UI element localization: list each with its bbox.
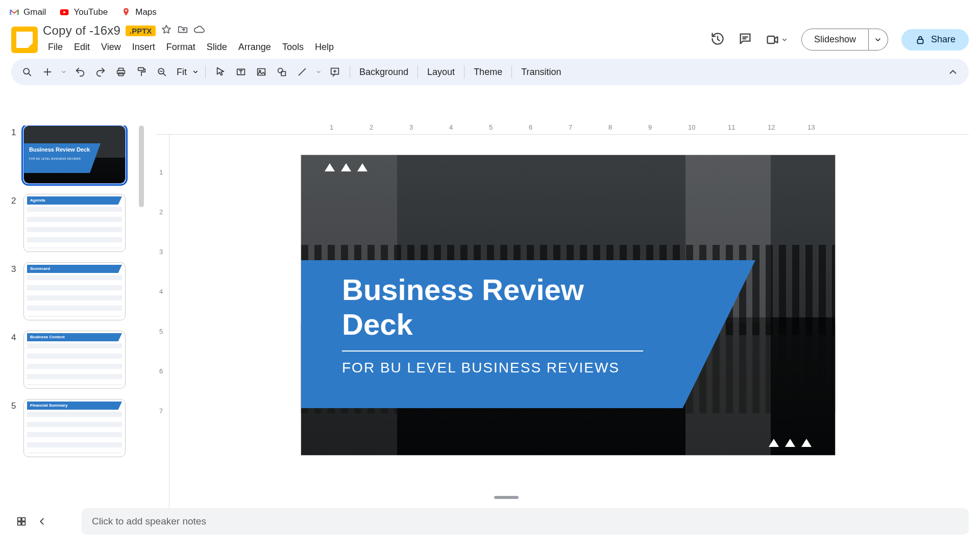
textbox-icon[interactable] xyxy=(232,63,250,81)
slides-logo-icon[interactable] xyxy=(11,27,38,53)
image-icon[interactable] xyxy=(253,63,270,81)
line-tool-icon[interactable] xyxy=(293,63,311,81)
meet-video-icon[interactable] xyxy=(766,33,788,47)
menu-edit[interactable]: Edit xyxy=(69,40,95,55)
browser-bookmarks-bar: Gmail YouTube Maps xyxy=(0,0,980,20)
thumb-number: 1 xyxy=(11,126,23,138)
shape-icon[interactable] xyxy=(273,63,290,81)
svg-rect-18 xyxy=(22,522,25,525)
youtube-icon xyxy=(59,7,69,17)
slideshow-dropdown[interactable] xyxy=(869,29,888,51)
svg-rect-3 xyxy=(917,39,923,43)
slide-canvas[interactable]: Business ReviewDeck FOR BU LEVEL BUSINES… xyxy=(169,135,969,510)
menu-tools[interactable]: Tools xyxy=(277,40,309,55)
chevron-down-icon xyxy=(192,66,199,78)
editor-main: 1Business Review DeckFOR BU LEVEL BUSINE… xyxy=(0,120,980,551)
thumb-number: 5 xyxy=(11,399,23,411)
title-divider xyxy=(342,350,643,352)
menu-view[interactable]: View xyxy=(96,40,126,55)
background-button[interactable]: Background xyxy=(356,67,411,78)
notes-resize-handle[interactable] xyxy=(494,496,519,499)
thumb-number: 4 xyxy=(11,331,23,343)
slide-title[interactable]: Business ReviewDeck xyxy=(342,272,715,342)
collapse-filmstrip-icon[interactable] xyxy=(32,511,52,532)
redo-icon[interactable] xyxy=(92,63,109,81)
svg-rect-15 xyxy=(18,518,21,521)
svg-rect-10 xyxy=(258,69,265,76)
ruler-horizontal: 12345678910111213 xyxy=(156,120,969,135)
star-icon[interactable] xyxy=(161,24,172,37)
document-title[interactable]: Copy of -16x9 xyxy=(43,23,120,38)
speaker-notes-input[interactable]: Click to add speaker notes xyxy=(82,508,969,535)
slide-thumbnails[interactable]: 1Business Review DeckFOR BU LEVEL BUSINE… xyxy=(11,126,139,510)
new-slide-icon[interactable] xyxy=(39,63,56,81)
grid-view-icon[interactable] xyxy=(11,511,32,532)
move-folder-icon[interactable] xyxy=(177,24,188,37)
menu-help[interactable]: Help xyxy=(310,40,339,55)
new-slide-dropdown-icon[interactable] xyxy=(59,63,68,81)
slide-subtitle[interactable]: FOR BU LEVEL BUSINESS REVIEWS xyxy=(342,360,715,376)
comment-add-icon[interactable] xyxy=(326,63,344,81)
menu-insert[interactable]: Insert xyxy=(127,40,160,55)
bookmark-gmail[interactable]: Gmail xyxy=(9,7,46,17)
bookmark-maps[interactable]: Maps xyxy=(121,7,157,17)
decoration-triangles-bottom xyxy=(769,439,812,447)
thumb-number: 2 xyxy=(11,194,23,206)
slideshow-button[interactable]: Slideshow xyxy=(801,29,869,51)
layout-button[interactable]: Layout xyxy=(424,67,458,78)
cloud-saved-icon[interactable] xyxy=(193,24,205,37)
share-button[interactable]: Share xyxy=(901,29,969,51)
gmail-icon xyxy=(9,7,19,17)
slide-thumb-5[interactable]: Financial Summary xyxy=(23,399,126,457)
zoom-value: Fit xyxy=(174,67,190,78)
search-menus-icon[interactable] xyxy=(18,63,36,81)
lock-icon xyxy=(915,34,926,45)
menu-bar: File Edit View Insert Format Slide Arran… xyxy=(43,40,339,55)
svg-point-12 xyxy=(278,68,283,73)
svg-rect-2 xyxy=(767,36,774,43)
svg-rect-16 xyxy=(22,518,25,521)
transition-button[interactable]: Transition xyxy=(518,67,564,78)
slide-thumb-3[interactable]: Scorecard xyxy=(23,262,126,320)
zoom-level[interactable]: Fit xyxy=(174,66,199,78)
menu-format[interactable]: Format xyxy=(161,40,201,55)
bookmark-label: Maps xyxy=(135,7,157,17)
speaker-notes-placeholder: Click to add speaker notes xyxy=(92,516,206,527)
line-dropdown-icon[interactable] xyxy=(314,63,323,81)
menu-arrange[interactable]: Arrange xyxy=(233,40,276,55)
bookmark-label: Gmail xyxy=(23,7,46,17)
theme-button[interactable]: Theme xyxy=(471,67,505,78)
bottom-bar: Click to add speaker notes xyxy=(11,508,969,535)
current-slide[interactable]: Business ReviewDeck FOR BU LEVEL BUSINES… xyxy=(301,155,835,455)
svg-rect-17 xyxy=(18,522,21,525)
file-format-badge: .PPTX xyxy=(126,26,156,36)
print-icon[interactable] xyxy=(112,63,130,81)
undo-icon[interactable] xyxy=(71,63,89,81)
menu-slide[interactable]: Slide xyxy=(202,40,232,55)
title-banner[interactable]: Business ReviewDeck FOR BU LEVEL BUSINES… xyxy=(301,260,755,408)
ruler-vertical: 1234567 xyxy=(156,135,169,510)
slide-thumb-4[interactable]: Business Context xyxy=(23,331,126,389)
slide-thumb-1[interactable]: Business Review DeckFOR BU LEVEL BUSINES… xyxy=(23,126,126,184)
thumbnails-scrollbar[interactable] xyxy=(139,126,144,207)
thumb-number: 3 xyxy=(11,262,23,274)
svg-rect-7 xyxy=(138,68,144,71)
app-header: Copy of -16x9 .PPTX File Edit View Inser… xyxy=(0,20,980,55)
version-history-icon[interactable] xyxy=(710,32,725,48)
bookmark-youtube[interactable]: YouTube xyxy=(59,7,108,17)
decoration-triangles-top xyxy=(325,163,368,171)
menu-file[interactable]: File xyxy=(43,40,68,55)
maps-pin-icon xyxy=(121,7,131,17)
paint-format-icon[interactable] xyxy=(133,63,150,81)
toolbar: Fit Background Layout Theme Transition xyxy=(11,59,969,85)
zoom-out-icon[interactable] xyxy=(153,63,170,81)
comments-icon[interactable] xyxy=(738,32,752,48)
share-label: Share xyxy=(931,34,955,45)
select-tool-icon[interactable] xyxy=(212,63,229,81)
svg-point-1 xyxy=(125,10,127,12)
collapse-toolbar-icon[interactable] xyxy=(944,63,962,81)
slide-thumb-2[interactable]: Agenda xyxy=(23,194,126,252)
bookmark-label: YouTube xyxy=(74,7,108,17)
